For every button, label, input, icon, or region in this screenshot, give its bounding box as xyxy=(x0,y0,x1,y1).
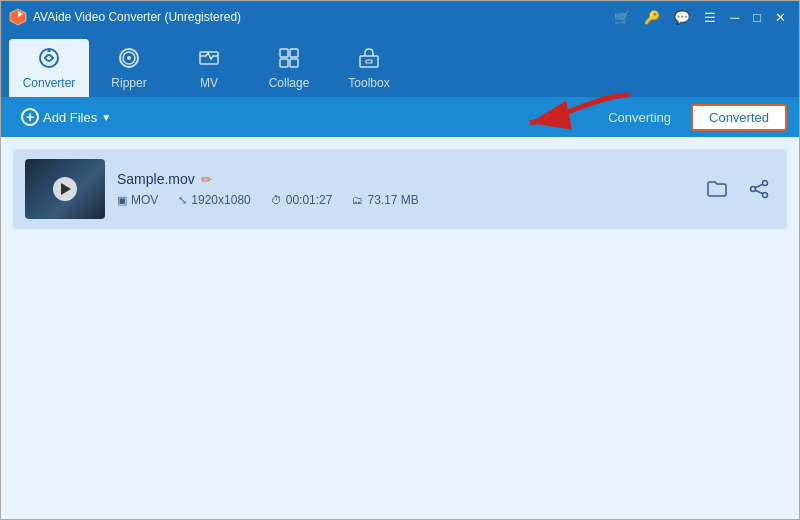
share-icon xyxy=(748,179,770,199)
tab-collage[interactable]: Collage xyxy=(249,39,329,97)
file-item: Sample.mov ✏ ▣ MOV ⤡ 1920x1080 ⏱ 00:01:2… xyxy=(13,149,787,229)
file-duration: 00:01:27 xyxy=(286,193,333,207)
tab-ripper[interactable]: Ripper xyxy=(89,39,169,97)
menu-icon[interactable]: ☰ xyxy=(699,8,721,27)
key-icon[interactable]: 🔑 xyxy=(639,8,665,27)
svg-rect-9 xyxy=(280,59,288,67)
format-icon: ▣ xyxy=(117,194,127,207)
toolbar: + Add Files ▼ Converting Converted xyxy=(1,97,799,137)
chevron-down-icon: ▼ xyxy=(101,112,111,123)
chat-icon[interactable]: 💬 xyxy=(669,8,695,27)
resolution-meta: ⤡ 1920x1080 xyxy=(178,193,250,207)
minimize-icon[interactable]: ─ xyxy=(725,8,744,27)
open-folder-button[interactable] xyxy=(701,173,733,205)
converting-tab[interactable]: Converting xyxy=(592,106,687,129)
tab-converter[interactable]: Converter xyxy=(9,39,89,97)
ripper-icon xyxy=(118,47,140,72)
tab-collage-label: Collage xyxy=(269,76,310,90)
svg-line-17 xyxy=(755,184,763,188)
add-icon: + xyxy=(21,108,39,126)
file-size-icon: 🗂 xyxy=(352,194,363,206)
format-meta: ▣ MOV xyxy=(117,193,158,207)
file-info: Sample.mov ✏ ▣ MOV ⤡ 1920x1080 ⏱ 00:01:2… xyxy=(117,171,689,207)
size-meta: 🗂 73.17 MB xyxy=(352,193,418,207)
nav-bar: Converter Ripper MV xyxy=(1,33,799,97)
add-files-button[interactable]: + Add Files ▼ xyxy=(13,104,119,130)
add-files-label: Add Files xyxy=(43,110,97,125)
svg-rect-10 xyxy=(290,59,298,67)
svg-line-18 xyxy=(755,190,763,194)
collage-icon xyxy=(278,47,300,72)
file-format: MOV xyxy=(131,193,158,207)
app-title: AVAide Video Converter (Unregistered) xyxy=(33,10,241,24)
cart-icon[interactable]: 🛒 xyxy=(609,8,635,27)
svg-point-14 xyxy=(763,181,768,186)
svg-point-16 xyxy=(763,193,768,198)
edit-icon[interactable]: ✏ xyxy=(201,172,212,187)
title-bar: AVAide Video Converter (Unregistered) 🛒 … xyxy=(1,1,799,33)
file-size: 73.17 MB xyxy=(367,193,418,207)
file-thumbnail[interactable] xyxy=(25,159,105,219)
sub-tab-group: Converting Converted xyxy=(592,104,787,131)
window-controls: 🛒 🔑 💬 ☰ ─ □ ✕ xyxy=(609,8,791,27)
tab-toolbox-label: Toolbox xyxy=(348,76,389,90)
converted-tab[interactable]: Converted xyxy=(691,104,787,131)
resolution-icon: ⤡ xyxy=(178,194,187,207)
content-area: Sample.mov ✏ ▣ MOV ⤡ 1920x1080 ⏱ 00:01:2… xyxy=(1,137,799,520)
file-actions xyxy=(701,173,775,205)
tab-converter-label: Converter xyxy=(23,76,76,90)
play-button[interactable] xyxy=(53,177,77,201)
duration-meta: ⏱ 00:01:27 xyxy=(271,193,333,207)
app-logo-icon xyxy=(9,8,27,26)
file-name: Sample.mov xyxy=(117,171,195,187)
tab-ripper-label: Ripper xyxy=(111,76,146,90)
clock-icon: ⏱ xyxy=(271,194,282,206)
folder-icon xyxy=(706,179,728,199)
converter-icon xyxy=(38,47,60,72)
maximize-icon[interactable]: □ xyxy=(748,8,766,27)
tab-mv-label: MV xyxy=(200,76,218,90)
tab-mv[interactable]: MV xyxy=(169,39,249,97)
tab-toolbox[interactable]: Toolbox xyxy=(329,39,409,97)
svg-point-4 xyxy=(127,56,131,60)
file-name-row: Sample.mov ✏ xyxy=(117,171,689,187)
svg-rect-12 xyxy=(366,60,372,63)
close-icon[interactable]: ✕ xyxy=(770,8,791,27)
file-meta: ▣ MOV ⤡ 1920x1080 ⏱ 00:01:27 🗂 73.17 MB xyxy=(117,193,689,207)
toolbox-icon xyxy=(358,47,380,72)
share-button[interactable] xyxy=(743,173,775,205)
svg-rect-11 xyxy=(360,56,378,67)
file-resolution: 1920x1080 xyxy=(191,193,250,207)
mv-icon xyxy=(198,47,220,72)
svg-point-15 xyxy=(751,187,756,192)
svg-rect-7 xyxy=(280,49,288,57)
svg-rect-8 xyxy=(290,49,298,57)
